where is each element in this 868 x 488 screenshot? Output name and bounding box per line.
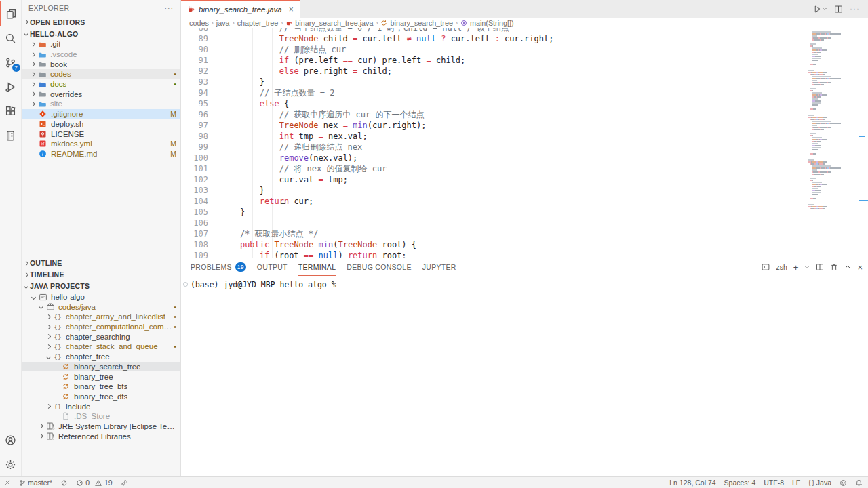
code-line-109[interactable]: 109 if (root == null) return root; [181, 250, 806, 258]
section-workspace[interactable]: HELLO-ALGO [22, 28, 180, 39]
code-line-102[interactable]: 102 cur.val = tmp; [181, 174, 806, 185]
java-project-item-codes-java[interactable]: codes/java• [22, 302, 180, 312]
java-project-item-hello-algo[interactable]: hello-algo [22, 292, 180, 302]
java-project-item-binary-tree[interactable]: binary_tree [22, 371, 180, 382]
encoding-setting[interactable]: UTF-8 [764, 479, 784, 487]
code-line-90[interactable]: 90 // 删除结点 cur [181, 44, 806, 55]
breadcrumb-item[interactable]: main(String[]) [470, 19, 514, 27]
code-line-99[interactable]: 99 // 递归删除结点 nex [181, 142, 806, 152]
java-project-item-binary-tree-dfs[interactable]: binary_tree_dfs [22, 392, 180, 402]
code-line-105[interactable]: 105 } [181, 207, 806, 218]
split-terminal-button[interactable] [816, 263, 824, 271]
section-timeline[interactable]: TIMELINE [22, 269, 180, 281]
code-line-92[interactable]: 92 else pre.right = child; [181, 66, 806, 77]
explorer-item-docs[interactable]: docs• [22, 79, 180, 89]
code-line-94[interactable]: 94 // 子结点数量 = 2 [181, 87, 806, 98]
activity-bar-search-icon[interactable] [0, 26, 22, 50]
code-line-108[interactable]: 108 public TreeNode min(TreeNode root) { [181, 239, 806, 250]
explorer-item-deploy-sh[interactable]: deploy.sh [22, 119, 180, 129]
tab-binary-search-tree[interactable]: binary_search_tree.java × [181, 0, 300, 18]
git-branch-status[interactable]: master* [19, 479, 52, 487]
notifications-bell-icon[interactable] [855, 479, 863, 487]
code-line-96[interactable]: 96 // 获取中序遍历中 cur 的下一个结点 [181, 109, 806, 120]
code-line-103[interactable]: 103 } [181, 185, 806, 196]
terminal-output[interactable]: (base) jyd@JYD-MBP hello-algo % [181, 276, 868, 476]
feedback-smiley-icon[interactable] [840, 479, 847, 487]
launch-profile-chevron-icon[interactable] [804, 264, 810, 270]
java-project-item-chapter-computational-complexity[interactable]: {}chapter_computational_complexity• [22, 322, 180, 332]
split-editor-button[interactable] [834, 5, 843, 14]
problems-status[interactable]: 0 19 [76, 479, 113, 487]
breadcrumb-item[interactable]: binary_search_tree.java [295, 19, 373, 27]
more-actions-icon[interactable]: ··· [850, 4, 860, 14]
activity-bar-extensions-icon[interactable] [0, 99, 22, 123]
code-line-95[interactable]: 95 else { [181, 98, 806, 109]
shell-selector[interactable]: zsh [776, 263, 787, 271]
breadcrumb-item[interactable]: chapter_tree [237, 19, 279, 27]
tab-output[interactable]: OUTPUT [257, 258, 288, 276]
breadcrumb-item[interactable]: java [216, 19, 230, 27]
explorer-item--vscode[interactable]: .vscode [22, 49, 180, 60]
java-project-item--ds-store[interactable]: .DS_Store [22, 411, 180, 422]
java-project-item-binary-search-tree[interactable]: binary_search_tree [22, 362, 180, 372]
sync-button[interactable] [60, 479, 68, 487]
breadcrumb-item[interactable]: codes [189, 19, 209, 27]
section-java-projects[interactable]: JAVA PROJECTS [22, 281, 180, 292]
eol-setting[interactable]: LF [792, 479, 800, 487]
tab-problems[interactable]: PROBLEMS 19 [191, 258, 246, 276]
cursor-position[interactable]: Ln 128, Col 74 [669, 479, 715, 487]
kill-terminal-button[interactable] [830, 263, 838, 271]
java-server-status-icon[interactable] [121, 479, 128, 487]
code-line-88[interactable]: 88 // 当子结点数量 = 0 / 1 时，child = null / 该子… [181, 28, 806, 33]
breadcrumb-item[interactable]: binary_search_tree [390, 19, 452, 27]
explorer-item-codes[interactable]: codes• [22, 69, 180, 79]
explorer-item--git[interactable]: .git [22, 39, 180, 49]
tab-debug-console[interactable]: DEBUG CONSOLE [347, 258, 412, 276]
java-project-item-chapter-array-and-linkedlist[interactable]: {}chapter_array_and_linkedlist• [22, 312, 180, 322]
code-line-107[interactable]: 107 /* 获取最小结点 */ [181, 228, 806, 239]
activity-bar-account-icon[interactable] [0, 428, 22, 452]
section-outline[interactable]: OUTLINE [22, 258, 180, 269]
section-open-editors[interactable]: OPEN EDITORS [22, 16, 180, 28]
explorer-item--gitignore[interactable]: .gitignoreM [22, 109, 180, 119]
code-line-104[interactable]: 104 return cur; [181, 196, 806, 207]
explorer-item-site[interactable]: site [22, 99, 180, 109]
code-line-101[interactable]: 101 // 将 nex 的值复制给 cur [181, 163, 806, 174]
language-mode[interactable]: { } Java [808, 479, 831, 487]
code-line-89[interactable]: 89 TreeNode child = cur.left ≠ null ? cu… [181, 33, 806, 44]
java-project-item-referenced-libraries[interactable]: Referenced Libraries [22, 431, 180, 441]
explorer-item-readme-md[interactable]: README.mdM [22, 149, 180, 159]
explorer-item-license[interactable]: LICENSE [22, 129, 180, 139]
run-button[interactable] [813, 5, 827, 14]
java-project-item-chapter-tree[interactable]: {}chapter_tree [22, 352, 180, 362]
close-panel-button[interactable]: × [857, 262, 863, 272]
tab-jupyter[interactable]: JUPYTER [422, 258, 456, 276]
explorer-item-book[interactable]: book [22, 59, 180, 69]
java-project-item-chapter-stack-and-queue[interactable]: {}chapter_stack_and_queue• [22, 342, 180, 352]
new-terminal-button[interactable]: + [793, 262, 799, 272]
minimap[interactable] [806, 28, 859, 258]
code-line-97[interactable]: 97 TreeNode nex = min(cur.right); [181, 120, 806, 131]
explorer-item-overrides[interactable]: overrides [22, 89, 180, 99]
more-actions-icon[interactable]: ··· [165, 4, 174, 12]
activity-bar-run-debug-icon[interactable] [0, 75, 22, 99]
code-line-98[interactable]: 98 int tmp = nex.val; [181, 131, 806, 142]
java-project-item-chapter-searching[interactable]: {}chapter_searching [22, 331, 180, 342]
activity-bar-settings-gear-icon[interactable] [0, 452, 22, 476]
close-icon[interactable]: × [289, 5, 294, 14]
code-line-93[interactable]: 93 } [181, 77, 806, 87]
tab-terminal[interactable]: TERMINAL [298, 258, 336, 276]
remote-indicator-icon[interactable] [4, 479, 11, 486]
indentation-setting[interactable]: Spaces: 4 [724, 479, 756, 487]
activity-bar-files-icon[interactable] [0, 1, 22, 26]
maximize-panel-button[interactable] [844, 264, 851, 270]
java-project-item-binary-tree-bfs[interactable]: binary_tree_bfs [22, 382, 180, 392]
code-line-106[interactable]: 106 [181, 218, 806, 228]
java-project-item-jre-system-library-eclipse-temurin-17-17-[interactable]: JRE System Library [Eclipse Temurin 17 [… [22, 422, 180, 432]
code-line-91[interactable]: 91 if (pre.left == cur) pre.left = child… [181, 55, 806, 66]
code-editor[interactable]: 88 // 当子结点数量 = 0 / 1 时，child = null / 该子… [181, 28, 868, 258]
code-line-100[interactable]: 100 remove(nex.val); [181, 152, 806, 163]
explorer-item-mkdocs-yml[interactable]: mkdocs.ymlM [22, 139, 180, 149]
activity-bar-source-control-icon[interactable]: 7 [0, 50, 22, 75]
java-project-item-include[interactable]: {}include [22, 401, 180, 411]
